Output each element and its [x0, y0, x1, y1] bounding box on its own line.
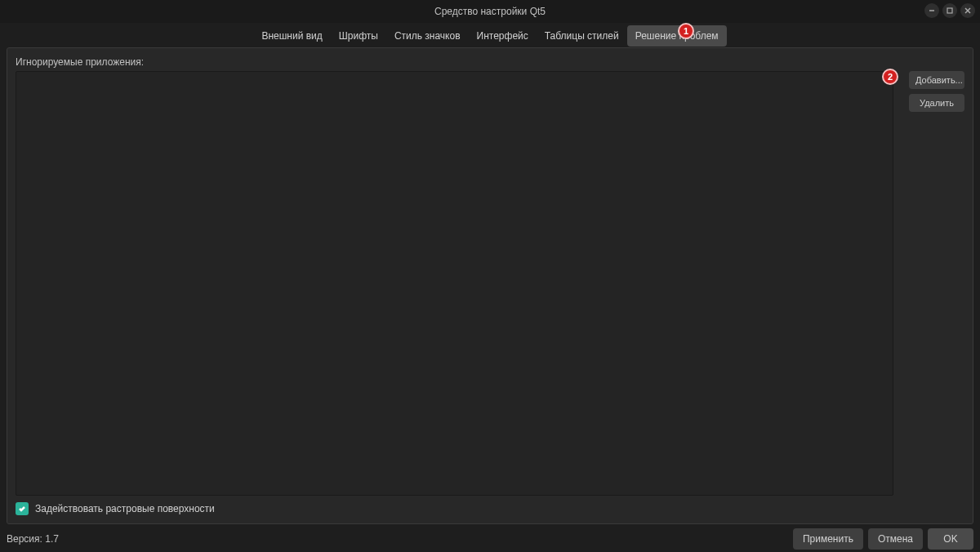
window-controls: [924, 3, 975, 18]
delete-button[interactable]: Удалить: [909, 94, 964, 112]
footer-buttons: Применить Отмена OK: [793, 528, 973, 550]
maximize-icon: [946, 7, 954, 15]
raster-checkbox-label[interactable]: Задействовать растровые поверхности: [35, 503, 215, 514]
close-icon: [964, 7, 972, 15]
window-title: Средство настройки Qt5: [434, 6, 546, 17]
raster-checkbox[interactable]: [16, 502, 29, 515]
version-label: Версия: 1.7: [7, 533, 59, 545]
apply-button[interactable]: Применить: [793, 528, 863, 550]
tab-icon-style[interactable]: Стиль значков: [386, 25, 469, 47]
add-button[interactable]: Добавить...: [909, 71, 964, 89]
cancel-button[interactable]: Отмена: [868, 528, 923, 550]
tab-appearance[interactable]: Внешний вид: [253, 25, 330, 47]
ok-button[interactable]: OK: [928, 528, 973, 550]
ignored-apps-label: Игнорируемые приложения:: [16, 56, 144, 68]
tab-stylesheets[interactable]: Таблицы стилей: [537, 25, 627, 47]
maximize-button[interactable]: [942, 3, 957, 18]
close-button[interactable]: [960, 3, 975, 18]
minimize-button[interactable]: [924, 3, 939, 18]
check-icon: [18, 505, 26, 513]
tab-fonts[interactable]: Шрифты: [331, 25, 386, 47]
ignored-apps-listbox[interactable]: [16, 71, 893, 496]
content-frame: Игнорируемые приложения: Добавить... Уда…: [7, 47, 973, 524]
minimize-icon: [928, 7, 936, 15]
raster-checkbox-row: Задействовать растровые поверхности: [16, 502, 215, 515]
titlebar: Средство настройки Qt5: [0, 0, 980, 23]
side-buttons: Добавить... Удалить: [909, 71, 964, 112]
tab-interface[interactable]: Интерфейс: [469, 25, 537, 47]
tab-troubleshoot[interactable]: Решение проблем: [627, 25, 727, 47]
svg-rect-1: [947, 8, 952, 13]
footer: Версия: 1.7 Применить Отмена OK: [0, 526, 980, 552]
tab-bar: Внешний вид Шрифты Стиль значков Интерфе…: [0, 23, 980, 46]
